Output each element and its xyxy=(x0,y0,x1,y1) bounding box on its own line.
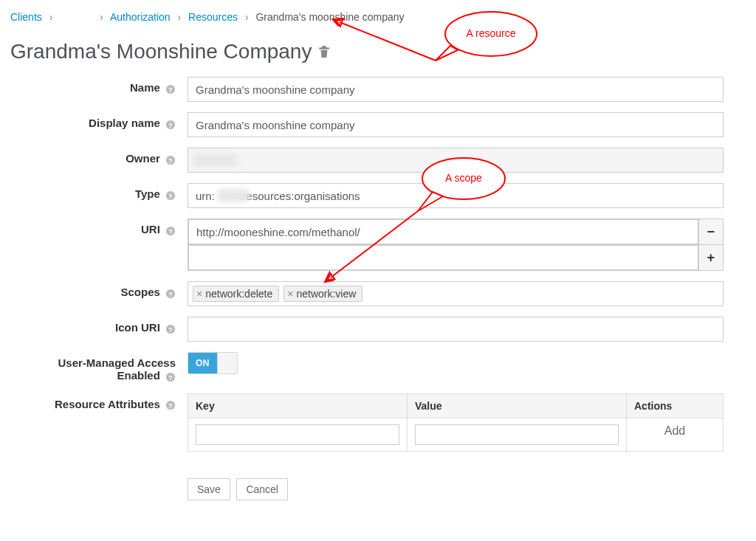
help-icon[interactable]: ? xyxy=(165,154,176,166)
chevron-right-icon: › xyxy=(100,11,103,23)
breadcrumb-client-id[interactable] xyxy=(60,10,92,24)
scope-tag[interactable]: ×network:view xyxy=(284,286,362,302)
uri-remove-button[interactable]: − xyxy=(698,219,723,244)
scope-tag[interactable]: ×network:delete xyxy=(193,286,279,302)
label-display-name: Display name xyxy=(89,117,160,129)
th-value: Value xyxy=(408,393,627,418)
breadcrumb: Clients › › Authorization › Resources › … xyxy=(10,10,724,24)
help-icon[interactable]: ? xyxy=(165,83,176,95)
table-row: Add xyxy=(188,418,724,451)
remove-tag-icon[interactable]: × xyxy=(287,288,293,300)
chevron-right-icon: › xyxy=(49,11,53,23)
breadcrumb-clients[interactable]: Clients xyxy=(10,11,42,23)
remove-tag-icon[interactable]: × xyxy=(196,288,202,300)
owner-field xyxy=(188,148,724,173)
breadcrumb-authorization[interactable]: Authorization xyxy=(110,11,171,23)
label-type: Type xyxy=(135,187,160,200)
help-icon[interactable]: ? xyxy=(165,323,176,335)
help-icon[interactable]: ? xyxy=(165,399,176,411)
label-name: Name xyxy=(130,81,160,94)
cancel-button[interactable]: Cancel xyxy=(236,478,288,500)
uma-toggle[interactable]: ON xyxy=(188,352,238,374)
attributes-table: Key Value Actions Add xyxy=(188,393,724,452)
svg-text:?: ? xyxy=(168,156,172,164)
help-icon[interactable]: ? xyxy=(165,224,176,237)
type-input[interactable] xyxy=(188,183,724,208)
label-uri: URI xyxy=(141,223,160,235)
uri-input-empty[interactable] xyxy=(188,245,698,270)
label-uma-line1: User-Managed Access xyxy=(58,356,176,369)
breadcrumb-current: Grandma's moonshine company xyxy=(255,11,404,23)
scopes-input[interactable]: ×network:delete ×network:view xyxy=(188,281,724,306)
svg-text:A scope: A scope xyxy=(445,172,482,184)
svg-text:?: ? xyxy=(168,227,172,235)
toggle-knob xyxy=(217,353,237,373)
icon-uri-input[interactable] xyxy=(188,317,724,342)
svg-text:?: ? xyxy=(168,290,172,297)
uri-group: − + xyxy=(188,218,724,271)
help-icon[interactable]: ? xyxy=(165,371,176,383)
svg-text:?: ? xyxy=(168,192,172,199)
help-icon[interactable]: ? xyxy=(165,189,176,201)
trash-icon[interactable] xyxy=(317,45,331,58)
label-icon-uri: Icon URI xyxy=(115,321,160,334)
svg-text:?: ? xyxy=(168,402,172,410)
label-attributes: Resource Attributes xyxy=(55,398,160,410)
attr-key-input[interactable] xyxy=(196,424,399,445)
th-key: Key xyxy=(188,393,408,418)
svg-text:?: ? xyxy=(168,86,172,93)
name-input[interactable] xyxy=(188,77,724,102)
svg-text:?: ? xyxy=(168,325,172,333)
scope-tag-label: network:view xyxy=(296,288,356,300)
svg-text:?: ? xyxy=(168,121,172,128)
attr-add-button[interactable]: Add xyxy=(664,424,685,437)
label-scopes: Scopes xyxy=(120,286,159,298)
breadcrumb-resources[interactable]: Resources xyxy=(188,11,238,23)
svg-text:?: ? xyxy=(168,373,172,381)
th-actions: Actions xyxy=(627,393,724,418)
chevron-right-icon: › xyxy=(245,11,249,23)
uri-input[interactable] xyxy=(188,219,698,244)
toggle-on-label: ON xyxy=(188,353,217,373)
uri-add-button[interactable]: + xyxy=(698,245,723,270)
page-title: Grandma's Moonshine Company xyxy=(10,40,312,63)
help-icon[interactable]: ? xyxy=(165,287,176,300)
attr-value-input[interactable] xyxy=(415,424,619,445)
display-name-input[interactable] xyxy=(188,112,724,137)
label-owner: Owner xyxy=(126,152,160,165)
help-icon[interactable]: ? xyxy=(165,118,176,131)
scope-tag-label: network:delete xyxy=(205,288,272,300)
save-button[interactable]: Save xyxy=(188,478,230,500)
label-uma-line2: Enabled xyxy=(117,369,159,382)
svg-text:A resource: A resource xyxy=(467,27,516,39)
chevron-right-icon: › xyxy=(178,11,182,23)
